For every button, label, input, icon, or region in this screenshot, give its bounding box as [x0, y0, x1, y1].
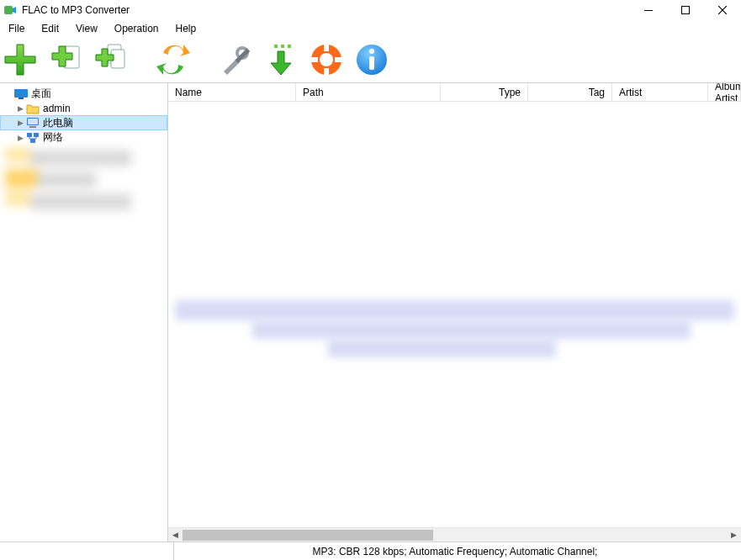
obscured-band — [252, 320, 691, 339]
tree-root[interactable]: 桌面 — [0, 87, 167, 101]
menu-edit[interactable]: Edit — [33, 21, 67, 36]
svg-rect-11 — [281, 45, 284, 48]
info-icon — [353, 41, 390, 78]
download-icon — [262, 41, 299, 78]
plus-pages-icon — [93, 41, 130, 78]
window-controls — [630, 0, 741, 20]
svg-rect-26 — [29, 126, 36, 128]
obscured-band — [175, 300, 734, 320]
svg-rect-17 — [310, 57, 318, 62]
scroll-right-button[interactable]: ▶ — [727, 528, 741, 542]
column-path[interactable]: Path — [296, 83, 441, 101]
menu-view[interactable]: View — [67, 21, 106, 36]
column-headers[interactable]: Name Path Type Tag Artist Album Artist — [168, 83, 741, 102]
column-name[interactable]: Name — [168, 83, 296, 101]
status-format-text: MP3: CBR 128 kbps; Automatic Frequency; … — [313, 546, 598, 557]
app-icon — [3, 3, 17, 17]
folder-icon — [26, 103, 40, 114]
svg-rect-22 — [14, 89, 28, 98]
svg-rect-1 — [644, 10, 653, 11]
svg-rect-25 — [28, 119, 38, 124]
svg-rect-23 — [19, 98, 24, 99]
pc-icon — [26, 117, 40, 129]
file-list[interactable]: Name Path Type Tag Artist Album Artist ◀… — [168, 83, 741, 542]
close-button[interactable] — [704, 0, 741, 20]
menu-operation[interactable]: Operation — [106, 21, 167, 36]
toolbar — [0, 37, 741, 82]
status-seg-left — [5, 542, 173, 560]
obscured-band — [328, 339, 556, 357]
status-format: MP3: CBR 128 kbps; Automatic Frequency; … — [173, 542, 736, 560]
add-file-button[interactable] — [0, 40, 40, 80]
add-subfolders-button[interactable] — [91, 40, 131, 80]
chevron-right-icon[interactable]: ▶ — [15, 133, 25, 143]
menu-file[interactable]: File — [0, 21, 33, 36]
column-tag[interactable]: Tag — [528, 83, 612, 101]
maximize-button[interactable] — [667, 0, 704, 20]
tree-node-label: 网络 — [43, 130, 63, 145]
svg-rect-18 — [335, 57, 343, 62]
add-folder-button[interactable] — [45, 40, 86, 80]
scroll-thumb[interactable] — [183, 530, 433, 541]
desktop-icon — [14, 88, 28, 100]
svg-rect-2 — [682, 7, 690, 14]
download-button[interactable] — [261, 40, 301, 80]
svg-rect-10 — [274, 45, 278, 48]
settings-button[interactable] — [215, 40, 256, 80]
horizontal-scrollbar[interactable]: ◀ ▶ — [168, 527, 741, 542]
column-type[interactable]: Type — [441, 83, 528, 101]
svg-rect-12 — [288, 45, 291, 48]
svg-rect-15 — [324, 43, 329, 51]
status-bar: MP3: CBR 128 kbps; Automatic Frequency; … — [0, 542, 741, 560]
about-button[interactable] — [352, 40, 392, 80]
tree-node-label: admin — [43, 103, 71, 114]
svg-rect-27 — [27, 133, 32, 137]
lifebuoy-icon — [308, 41, 345, 78]
chevron-right-icon[interactable]: ▶ — [15, 103, 25, 114]
menu-help[interactable]: Help — [167, 21, 205, 36]
svg-rect-16 — [324, 68, 329, 77]
menu-bar: File Edit View Operation Help — [0, 20, 741, 37]
folder-tree[interactable]: 桌面 ▶ admin ▶ 此电脑 ▶ 网 — [0, 83, 168, 542]
chevron-right-icon[interactable]: ▶ — [15, 118, 25, 128]
svg-point-20 — [369, 49, 374, 54]
svg-rect-21 — [369, 56, 374, 70]
tree-node-network[interactable]: ▶ 网络 — [0, 130, 167, 145]
tree-node-label: 此电脑 — [43, 116, 73, 130]
tools-icon — [217, 41, 254, 78]
title-bar: FLAC to MP3 Converter — [0, 0, 741, 20]
tree-node-this-pc[interactable]: ▶ 此电脑 — [0, 115, 167, 130]
svg-rect-29 — [30, 139, 35, 143]
convert-button[interactable] — [153, 40, 193, 80]
plus-page-icon — [47, 41, 84, 78]
tree-root-label: 桌面 — [31, 87, 51, 101]
svg-point-14 — [320, 53, 333, 66]
help-ring-button[interactable] — [306, 40, 347, 80]
svg-rect-0 — [4, 6, 13, 14]
tree-node-admin[interactable]: ▶ admin — [0, 101, 167, 115]
obscured-tree-items — [0, 144, 143, 204]
window-title: FLAC to MP3 Converter — [22, 4, 130, 16]
main-area: 桌面 ▶ admin ▶ 此电脑 ▶ 网 — [0, 82, 741, 542]
scroll-left-button[interactable]: ◀ — [168, 528, 183, 542]
svg-rect-28 — [34, 133, 39, 137]
column-artist[interactable]: Artist — [612, 83, 708, 101]
minimize-button[interactable] — [630, 0, 667, 20]
column-album-artist[interactable]: Album Artist — [708, 83, 741, 101]
refresh-icon — [155, 41, 192, 78]
network-icon — [26, 132, 40, 144]
scroll-track[interactable] — [183, 528, 727, 542]
file-list-body[interactable] — [168, 102, 741, 527]
plus-icon — [2, 41, 39, 78]
